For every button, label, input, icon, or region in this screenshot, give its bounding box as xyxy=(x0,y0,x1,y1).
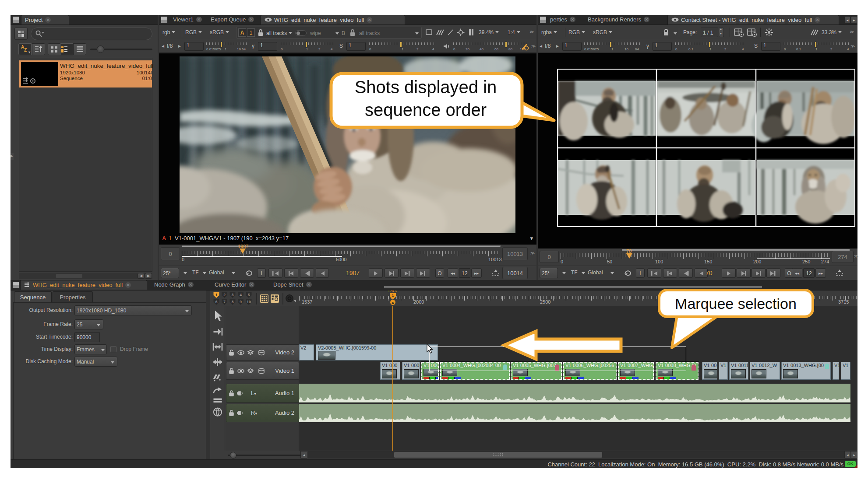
svg-text:10: 10 xyxy=(247,300,251,304)
svg-text:Marquee selection: Marquee selection xyxy=(675,295,797,312)
svg-text:1: 1 xyxy=(392,294,394,298)
svg-text:A: A xyxy=(392,301,394,305)
svg-text:8: 8 xyxy=(232,300,234,304)
svg-text:1: 1 xyxy=(215,293,218,297)
svg-text:4: 4 xyxy=(240,293,242,297)
svg-text:5: 5 xyxy=(248,293,250,297)
svg-text:3: 3 xyxy=(232,293,234,297)
svg-text:7: 7 xyxy=(223,300,226,304)
svg-text:Shots displayed in: Shots displayed in xyxy=(355,77,497,97)
svg-text:6: 6 xyxy=(215,300,218,304)
svg-text:2: 2 xyxy=(223,293,226,297)
svg-text:1907: 1907 xyxy=(388,290,398,293)
svg-text:sequence order: sequence order xyxy=(365,100,487,119)
svg-text:9: 9 xyxy=(240,300,242,304)
